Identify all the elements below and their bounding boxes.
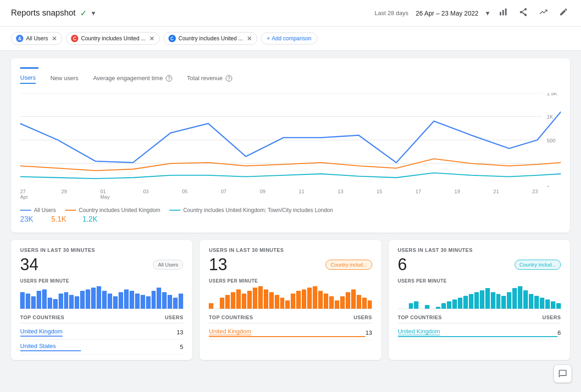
bar [540,298,544,309]
edit-icon[interactable] [557,5,570,21]
filter-chip-country1[interactable]: C Country includes United ... ✕ [66,32,160,45]
bar [447,301,451,309]
date-dropdown-icon[interactable]: ▾ [486,9,489,17]
chip-close-country1[interactable]: ✕ [149,35,155,42]
legend-val-uk: 5.1K [51,215,73,223]
country-name-uk-3[interactable]: United Kingdom [398,328,440,335]
chat-icon-button[interactable] [554,365,572,367]
bar [414,301,418,309]
chip-close-all-users[interactable]: ✕ [52,35,57,42]
bar-chart-3 [398,286,561,309]
bar [168,295,172,309]
bar [556,303,561,309]
bar [291,294,295,309]
bar [280,298,285,309]
chip-close-country2[interactable]: ✕ [247,35,252,42]
date-label: Last 28 days [375,10,408,16]
rt-badge-2[interactable]: Country includ... [326,260,372,270]
legend-item-all-users: All Users [20,207,56,213]
header-left: Reports snapshot ✓ ▾ [11,8,95,18]
users-label-1: USERS [165,315,183,320]
rt-header-3: USERS IN LAST 30 MINUTES [398,247,561,253]
bar [53,299,58,309]
top-countries-label-1: TOP COUNTRIES [20,315,65,320]
rt-count-row-1: 34 All Users [20,256,183,273]
add-comparison-button[interactable]: + Add comparison [261,33,318,44]
rt-subheader-1: USERS PER MINUTE [20,278,183,283]
help-icon-engagement[interactable]: ? [166,75,172,82]
chip-icon-c1: C [71,35,78,42]
bar [512,288,517,309]
legend-val-uk-london: 1.2K [82,215,104,223]
x-label-19: 19 [455,189,460,200]
svg-rect-1 [502,10,504,16]
bar [91,288,96,309]
compare-icon[interactable] [537,5,550,21]
bar [225,295,230,309]
bar [534,296,539,309]
bar [26,294,30,309]
bar [135,294,140,309]
country-progress-uk-1 [20,336,63,337]
bar [529,294,533,309]
users-label-2: USERS [353,315,372,320]
rt-count-3: 6 [398,256,407,273]
bar [102,291,107,309]
bar [253,288,257,309]
bar [141,295,145,309]
dropdown-icon[interactable]: ▾ [92,9,95,17]
filter-chip-all-users[interactable]: A All Users ✕ [11,32,62,45]
chip-icon-c2: C [168,35,176,42]
filter-chip-country2[interactable]: C Country includes United ... ✕ [163,32,257,45]
chart-metrics: Users New users Average engagement time … [20,74,561,84]
legend-color-uk [65,210,76,211]
legend-label-uk: Country includes United Kingdom [79,207,160,213]
header-right: Last 28 days 26 Apr – 23 May 2022 ▾ [375,5,570,21]
bar [86,289,90,309]
bar [80,291,85,309]
country-name-us-1[interactable]: United States [20,343,56,349]
share-icon[interactable] [517,5,530,21]
bar [48,298,52,309]
country-name-uk-2[interactable]: United Kingdom [209,328,251,335]
realtime-card-3: USERS IN LAST 30 MINUTES 6 Country inclu… [389,240,570,360]
x-label-07: 07 [221,189,226,200]
metric-tab-avg-engagement[interactable]: Average engagement time ? [93,75,172,83]
help-icon-revenue[interactable]: ? [226,75,232,82]
bar [20,292,25,309]
bar [357,295,361,309]
x-label-27: 27Apr [20,189,28,200]
bar [275,295,279,309]
bar [469,294,473,309]
chip-label-country1: Country includes United ... [81,35,146,42]
bar [242,294,246,309]
bar [318,291,323,309]
x-label-23: 23 [532,189,538,200]
bar-chart-icon[interactable] [497,5,510,21]
x-label-13: 13 [338,189,343,200]
metric-tab-new-users[interactable]: New users [50,75,78,83]
bar [247,291,252,309]
svg-rect-0 [500,12,501,16]
country-name-uk-1[interactable]: United Kingdom [20,328,63,335]
rt-header-1: USERS IN LAST 30 MINUTES [20,247,183,253]
bar [113,296,118,309]
rt-badge-3[interactable]: Country includ... [515,260,561,270]
x-label-09: 09 [260,189,266,200]
x-label-21: 21 [494,189,499,200]
x-label-05: 05 [182,189,187,200]
x-label-15: 15 [377,189,382,200]
legend-label-all-users: All Users [34,207,56,213]
x-label-03: 03 [143,189,148,200]
rt-badge-1[interactable]: All Users [153,260,183,270]
top-countries-label-3: TOP COUNTRIES [398,315,442,320]
bar [441,303,446,309]
realtime-card-1: USERS IN LAST 30 MINUTES 34 All Users US… [11,240,192,360]
svg-text:1K: 1K [547,114,553,120]
legend-label-uk-london: Country includes United Kingdom; Town/Ci… [183,207,333,213]
bar [119,292,123,309]
metric-tab-revenue[interactable]: Total revenue ? [187,75,232,83]
metric-tab-users[interactable]: Users [20,74,36,84]
country-count-uk-2: 13 [365,329,372,336]
bar [31,296,36,309]
